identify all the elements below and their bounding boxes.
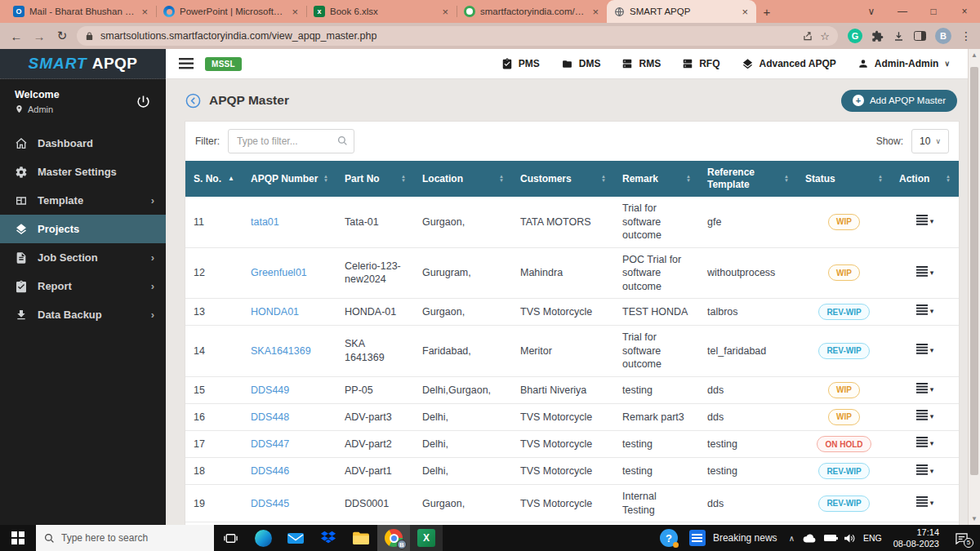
user-menu[interactable]: Admin-Admin ∨ [858, 58, 950, 69]
column-header-apqp-number[interactable]: APQP Number▲▼ [243, 161, 336, 197]
language-indicator[interactable]: ENG [863, 533, 882, 543]
column-header-action[interactable]: Action▲▼ [891, 161, 959, 197]
battery-icon[interactable] [824, 535, 836, 541]
tab-close-icon[interactable]: × [290, 6, 300, 18]
nav-item-pms[interactable]: PMS [501, 58, 540, 69]
column-header-part-no[interactable]: Part No▲▼ [336, 161, 414, 197]
row-action-menu-button[interactable]: ▾ [916, 496, 934, 507]
download-icon[interactable] [893, 30, 905, 42]
taskbar-search[interactable] [36, 525, 214, 551]
cell-remark: POC Trial for software outcome [614, 247, 699, 299]
scroll-down-icon[interactable]: ▼ [969, 515, 980, 522]
nav-item-rfq[interactable]: RFQ [682, 58, 719, 69]
bookmark-star-icon[interactable]: ☆ [820, 30, 830, 42]
sidebar-item-dashboard[interactable]: Dashboard › [0, 129, 166, 158]
apqp-number-link[interactable]: HONDA01 [251, 306, 299, 318]
tab-close-icon[interactable]: × [440, 6, 450, 18]
forward-button[interactable]: → [31, 29, 47, 43]
edge-button[interactable] [247, 525, 279, 551]
page-size-select[interactable]: 10 ∨ [911, 129, 949, 153]
cell-customers: Mahindra [512, 247, 614, 299]
row-action-menu-button[interactable]: ▾ [916, 464, 934, 475]
column-header-status[interactable]: Status▲▼ [797, 161, 891, 197]
tab-close-icon[interactable]: × [590, 6, 600, 18]
row-action-menu-button[interactable]: ▾ [916, 383, 934, 393]
task-view-button[interactable] [214, 525, 247, 551]
browser-menu-icon[interactable]: ⋮ [960, 29, 972, 42]
apqp-number-link[interactable]: tata01 [251, 216, 279, 228]
apqp-number-link[interactable]: DDS447 [251, 438, 289, 450]
page-scrollbar[interactable]: ▲ ▼ [968, 49, 980, 525]
tab-close-icon[interactable]: × [740, 6, 750, 18]
back-circle-icon[interactable] [185, 93, 201, 109]
add-apqp-master-button[interactable]: + Add APQP Master [841, 90, 957, 112]
row-action-menu-button[interactable]: ▾ [916, 215, 934, 225]
column-header-customers[interactable]: Customers▲▼ [512, 161, 614, 197]
file-explorer-button[interactable] [345, 525, 377, 551]
extensions-puzzle-icon[interactable] [871, 30, 884, 42]
apqp-number-link[interactable]: DDS449 [251, 384, 289, 396]
notification-center-button[interactable]: 5 [951, 532, 972, 544]
apqp-number-link[interactable]: Greenfuel01 [251, 267, 307, 278]
row-action-menu-button[interactable]: ▾ [916, 344, 934, 354]
plant-badge[interactable]: MSSL [205, 57, 242, 71]
onedrive-cloud-icon[interactable] [802, 533, 817, 543]
close-button[interactable]: × [949, 0, 980, 23]
speaker-icon[interactable] [844, 533, 856, 544]
start-button[interactable] [0, 525, 36, 551]
tab-search-chevron-icon[interactable]: ∨ [856, 0, 887, 23]
news-widget[interactable]: Breaking news [689, 530, 777, 546]
chrome-button[interactable]: B [377, 525, 410, 551]
nav-item-dms[interactable]: DMS [561, 58, 601, 69]
browser-tab-smart-apqp[interactable]: SMART APQP × [607, 0, 756, 23]
apqp-number-link[interactable]: DDS446 [251, 465, 289, 477]
nav-item-rms[interactable]: RMS [621, 58, 661, 69]
row-action-menu-button[interactable]: ▾ [916, 437, 934, 447]
row-action-menu-button[interactable]: ▾ [916, 304, 934, 315]
taskbar-clock[interactable]: 17:14 08-08-2023 [893, 527, 939, 550]
row-action-menu-button[interactable]: ▾ [916, 266, 934, 277]
sidebar-item-data-backup[interactable]: Data Backup › [0, 300, 166, 329]
profile-avatar[interactable]: B [935, 28, 951, 44]
column-header-remark[interactable]: Remark▲▼ [614, 161, 699, 197]
tray-expand-icon[interactable]: ∧ [789, 534, 795, 543]
maximize-button[interactable]: □ [918, 0, 949, 23]
apqp-number-link[interactable]: SKA1641369 [251, 345, 311, 357]
column-header-sno[interactable]: S. No.▲ [185, 161, 243, 197]
column-header-location[interactable]: Location▲▼ [414, 161, 512, 197]
tab-close-icon[interactable]: × [140, 6, 149, 18]
side-panel-icon[interactable] [914, 31, 926, 41]
sidebar-item-projects[interactable]: Projects › [0, 215, 166, 243]
sidebar-item-job-section[interactable]: Job Section › [0, 243, 166, 272]
apqp-number-link[interactable]: DDS445 [251, 498, 289, 509]
browser-tab-smartfactory[interactable]: smartfactoryindia.com/product/s × [457, 0, 607, 23]
share-icon[interactable] [802, 30, 813, 42]
hamburger-menu-icon[interactable] [179, 58, 194, 69]
logout-power-icon[interactable] [136, 94, 151, 109]
row-action-menu-button[interactable]: ▾ [916, 410, 934, 420]
apqp-number-link[interactable]: DDS448 [251, 411, 289, 423]
reload-button[interactable]: ↻ [54, 29, 70, 43]
back-button[interactable]: ← [8, 29, 24, 43]
minimize-button[interactable]: — [887, 0, 918, 23]
sidebar-item-template[interactable]: Template › [0, 186, 166, 215]
dropbox-button[interactable] [312, 525, 345, 551]
scrollbar-thumb[interactable] [970, 67, 978, 475]
excel-button[interactable]: X [410, 525, 443, 551]
grammarly-icon[interactable]: G [848, 29, 862, 43]
sidebar-item-master-settings[interactable]: Master Settings › [0, 158, 166, 186]
browser-tab-powerpoint[interactable]: PowerPoint | Microsoft 365 × [157, 0, 306, 23]
address-bar[interactable]: smartsolutions.smartfactoryindia.com/vie… [77, 26, 838, 46]
sidebar-item-report[interactable]: Report › [0, 272, 166, 300]
new-tab-button[interactable]: + [756, 0, 777, 23]
nav-item-advanced-apqp[interactable]: Advanced APQP [742, 58, 836, 70]
mail-button[interactable] [279, 525, 312, 551]
browser-tab-excel[interactable]: x Book 6.xlsx × [307, 0, 457, 23]
filter-input[interactable] [228, 129, 354, 153]
scroll-up-icon[interactable]: ▲ [969, 51, 980, 59]
help-icon[interactable]: ? [660, 529, 678, 547]
browser-tab-outlook[interactable]: O Mail - Bharat Bhushan - Outlook × [7, 0, 156, 23]
column-header-reference-template[interactable]: Reference Template▲▼ [699, 161, 797, 197]
browser-toolbar: ← → ↻ smartsolutions.smartfactoryindia.c… [0, 23, 980, 49]
taskbar-search-input[interactable] [61, 532, 192, 544]
